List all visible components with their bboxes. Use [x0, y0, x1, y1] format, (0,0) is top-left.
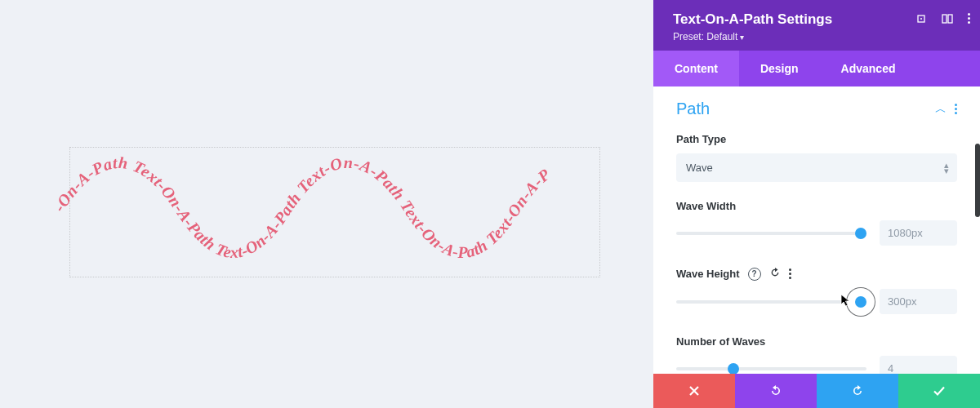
tab-advanced[interactable]: Advanced — [820, 51, 917, 86]
svg-text:-On-A-Path Text-On-A-Path Text: -On-A-Path Text-On-A-Path Text-On-A-Path… — [50, 153, 554, 261]
undo-button[interactable] — [735, 374, 817, 408]
panel-tabs: Content Design Advanced — [653, 51, 980, 86]
preset-dropdown[interactable]: Preset: Default — [673, 31, 960, 42]
number-of-waves-slider[interactable] — [676, 367, 866, 370]
preview-canvas: -On-A-Path Text-On-A-Path Text-On-A-Path… — [0, 0, 653, 408]
wave-width-slider[interactable] — [676, 232, 866, 235]
panel-menu-icon[interactable] — [968, 13, 970, 28]
svg-rect-3 — [942, 15, 947, 23]
wave-height-thumb[interactable] — [855, 296, 866, 308]
svg-point-2 — [920, 18, 922, 20]
module-bounding-box[interactable]: -On-A-Path Text-On-A-Path Text-On-A-Path… — [69, 147, 600, 277]
cancel-button[interactable] — [653, 374, 735, 408]
number-of-waves-thumb[interactable] — [728, 363, 739, 375]
settings-panel: Text-On-A-Path Settings Preset: Default … — [653, 0, 980, 408]
wave-width-label: Wave Width — [676, 200, 957, 212]
wave-width-value[interactable] — [880, 220, 957, 246]
section-header[interactable]: Path ︿ — [676, 100, 957, 118]
panel-header: Text-On-A-Path Settings Preset: Default — [653, 0, 980, 51]
wave-height-label: Wave Height ? — [676, 267, 957, 281]
panel-footer — [653, 374, 980, 408]
scrollbar[interactable] — [975, 144, 980, 217]
tab-design[interactable]: Design — [739, 51, 820, 86]
snap-icon[interactable] — [942, 13, 953, 28]
svg-rect-4 — [948, 15, 952, 23]
text-on-path-preview: -On-A-Path Text-On-A-Path Text-On-A-Path… — [70, 148, 601, 278]
panel-body: Path ︿ Path Type Wave ▴▾ Wave Width Wave… — [653, 86, 980, 374]
reset-icon[interactable] — [769, 267, 781, 281]
save-button[interactable] — [898, 374, 980, 408]
tab-content[interactable]: Content — [653, 51, 739, 86]
expand-icon[interactable] — [915, 13, 927, 28]
path-type-select[interactable]: Wave — [676, 153, 957, 182]
wave-width-thumb[interactable] — [855, 228, 866, 239]
field-menu-icon[interactable] — [789, 268, 791, 279]
section-menu-icon[interactable] — [955, 104, 957, 114]
redo-button[interactable] — [817, 374, 898, 408]
path-type-label: Path Type — [676, 133, 957, 145]
section-title: Path — [676, 100, 710, 118]
chevron-up-icon[interactable]: ︿ — [935, 102, 947, 117]
wave-height-slider[interactable] — [676, 300, 866, 304]
wave-height-value[interactable] — [880, 289, 957, 314]
number-of-waves-value[interactable] — [880, 356, 957, 374]
number-of-waves-label: Number of Waves — [676, 335, 957, 348]
help-icon[interactable]: ? — [748, 268, 761, 281]
